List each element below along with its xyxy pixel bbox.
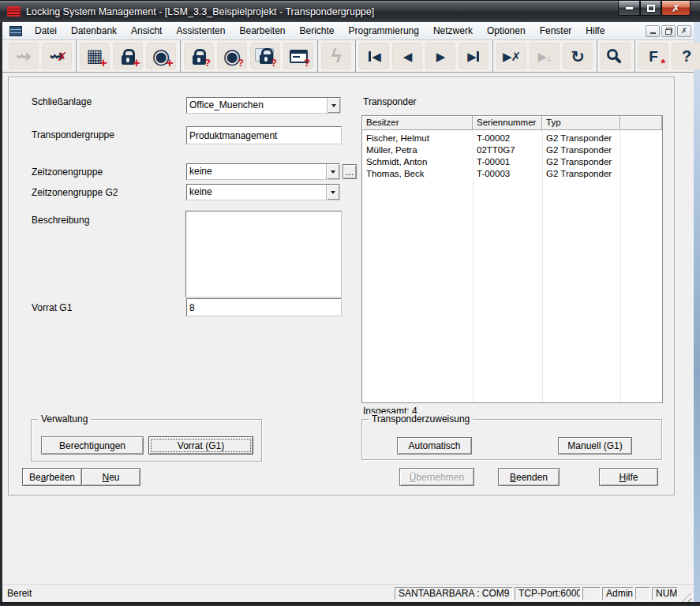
caption-buttons: ✗ bbox=[618, 1, 691, 16]
manuell-g1-button[interactable]: Manuell (G1) bbox=[558, 437, 632, 454]
beschreibung-textarea[interactable] bbox=[185, 211, 342, 297]
transponder-table: BesitzerSeriennummerTyp Fischer, HelmutT… bbox=[361, 115, 663, 403]
table-row[interactable]: Thomas, BeckT-00003G2 Transponder bbox=[362, 167, 662, 179]
column-header-besitzer[interactable]: Besitzer bbox=[362, 116, 473, 129]
connect-button: ⇝ bbox=[9, 43, 39, 69]
document-icon[interactable] bbox=[9, 26, 22, 36]
zeitzonengruppe-g2-label: Zeitzonengruppe G2 bbox=[32, 187, 118, 198]
read-mifare-button[interactable]: ? bbox=[250, 43, 280, 69]
verwaltung-legend: Verwaltung bbox=[38, 413, 91, 425]
close-icon: ✗ bbox=[672, 3, 680, 13]
table-row[interactable]: Müller, Petra02TT0G7G2 Transponder bbox=[362, 144, 662, 155]
menu-item-datei[interactable]: Datei bbox=[28, 22, 64, 39]
beschreibung-label: Beschreibung bbox=[32, 215, 89, 226]
table-cell: Fischer, Helmut bbox=[362, 133, 473, 143]
menu-item-ansicht[interactable]: Ansicht bbox=[124, 22, 169, 39]
remove-filter-icon: ▶✗ bbox=[503, 50, 520, 62]
search-button[interactable] bbox=[601, 43, 631, 69]
status-panels: SANTABARBARA : COM9TCP-Port:6000AdminNUM bbox=[393, 587, 678, 600]
first-record-button[interactable]: ◀ bbox=[359, 43, 389, 69]
berechtigungen-button[interactable]: Berechtigungen bbox=[41, 436, 144, 454]
status-message: Bereit bbox=[7, 588, 32, 599]
title-bar[interactable]: Locking System Management - [LSM_3.3_Bei… bbox=[0, 0, 700, 22]
help-button[interactable]: ? bbox=[672, 43, 700, 69]
mdi-restore-button[interactable] bbox=[661, 25, 676, 37]
schliessanlage-value: Office_Muenchen bbox=[187, 98, 327, 113]
disconnect-button[interactable]: ⇝✗ bbox=[42, 43, 72, 69]
menu-item-bearbeiten[interactable]: Bearbeiten bbox=[232, 22, 292, 39]
disconnect-icon: ✗ bbox=[57, 50, 67, 62]
read-lock-button[interactable]: ? bbox=[184, 43, 214, 69]
close-button[interactable]: ✗ bbox=[661, 1, 691, 16]
table-cell: T-00003 bbox=[473, 169, 542, 178]
zeitzonengruppe-g2-value: keine bbox=[187, 185, 326, 200]
table-row[interactable]: Fischer, HelmutT-00002G2 Transponder bbox=[362, 132, 662, 144]
mdi-restore-icon bbox=[665, 28, 672, 35]
menu-item-hilfe[interactable]: Hilfe bbox=[578, 22, 612, 39]
vorrat-g1-input[interactable]: 8 bbox=[186, 298, 342, 316]
menu-bar: DateiDatenbankAnsichtAssistentenBearbeit… bbox=[2, 22, 694, 40]
column-header-blank[interactable] bbox=[620, 116, 662, 129]
previous-record-button[interactable]: ◀ bbox=[392, 43, 422, 69]
transpondergruppe-label: Transpondergruppe bbox=[32, 129, 114, 140]
column-header-typ[interactable]: Typ bbox=[542, 116, 620, 129]
minimize-button[interactable] bbox=[618, 1, 640, 16]
minimize-icon bbox=[626, 7, 633, 9]
mdi-minimize-button[interactable] bbox=[646, 25, 660, 37]
previous-record-icon: ◀ bbox=[403, 50, 412, 62]
read-transponder-button[interactable]: ◉? bbox=[217, 43, 247, 69]
transpondergruppe-input[interactable]: Produktmanagement bbox=[186, 126, 342, 144]
resize-grip[interactable] bbox=[680, 591, 691, 602]
remove-filter-button[interactable]: ▶✗ bbox=[496, 43, 526, 69]
new-lock-button[interactable]: + bbox=[113, 43, 143, 69]
zeitzonengruppe-value: keine bbox=[187, 164, 326, 179]
menu-item-optionen[interactable]: Optionen bbox=[480, 22, 533, 39]
status-bar: Bereit SANTABARBARA : COM9TCP-Port:6000A… bbox=[2, 584, 694, 602]
status-connection: SANTABARBARA : COM9 bbox=[395, 587, 513, 600]
maximize-button[interactable] bbox=[640, 1, 661, 16]
menu-item-netzwerk[interactable]: Netzwerk bbox=[426, 22, 480, 39]
filter-settings-button[interactable]: F* bbox=[638, 43, 668, 69]
schliessanlage-select[interactable]: Office_Muenchen bbox=[186, 97, 341, 114]
menu-item-programmierung[interactable]: Programmierung bbox=[342, 22, 426, 39]
beenden-button[interactable]: Beenden bbox=[498, 468, 560, 486]
maximize-icon bbox=[647, 5, 655, 12]
menu-item-berichte[interactable]: Berichte bbox=[293, 22, 342, 39]
hilfe-button[interactable]: Hilfe bbox=[599, 468, 658, 486]
menu-item-assistenten[interactable]: Assistenten bbox=[169, 22, 232, 39]
menu-item-fenster[interactable]: Fenster bbox=[533, 22, 579, 39]
vorrat-g1-button[interactable]: Vorrat (G1) bbox=[148, 436, 253, 454]
read-unknown-transponder-button[interactable]: ? bbox=[283, 43, 313, 69]
zeitzonengruppe-g2-select[interactable]: keine bbox=[186, 184, 340, 200]
zeitzonengruppe-select[interactable]: keine bbox=[186, 163, 340, 180]
column-header-seriennummer[interactable]: Seriennummer bbox=[473, 116, 542, 129]
last-record-button[interactable]: ▶ bbox=[459, 43, 489, 69]
toolbar-separator bbox=[597, 40, 597, 72]
table-cell: G2 Transponder bbox=[542, 169, 620, 178]
menu-item-datenbank[interactable]: Datenbank bbox=[64, 22, 124, 39]
dropdown-arrow-icon[interactable] bbox=[326, 185, 339, 200]
mdi-close-icon: ✗ bbox=[681, 27, 687, 35]
new-locking-system-button[interactable]: ▦+ bbox=[80, 43, 110, 69]
toolbar: ⇝⇝✗▦++◉+?◉???ϟ◀◀▶▶▶✗▶↓↻F*? bbox=[2, 40, 694, 73]
table-cell: 02TT0G7 bbox=[473, 145, 542, 155]
help-icon: ? bbox=[682, 48, 691, 64]
bearbeiten-button[interactable]: Bearbeiten bbox=[22, 468, 82, 486]
transponder-label: Transponder bbox=[363, 96, 417, 107]
next-record-button[interactable]: ▶ bbox=[425, 43, 455, 69]
schliessanlage-label: Schließanlage bbox=[32, 96, 92, 107]
window-border-right bbox=[694, 22, 700, 606]
dropdown-arrow-icon[interactable] bbox=[327, 98, 340, 113]
mdi-close-button[interactable]: ✗ bbox=[677, 25, 691, 37]
refresh-button[interactable]: ↻ bbox=[563, 43, 593, 69]
zeitzonengruppe-browse-button[interactable]: ... bbox=[343, 164, 357, 179]
new-transponder-button[interactable]: ◉+ bbox=[146, 43, 176, 69]
dropdown-arrow-icon[interactable] bbox=[326, 164, 339, 179]
automatisch-button[interactable]: Automatisch bbox=[397, 437, 472, 454]
neu-button[interactable]: Neu bbox=[81, 468, 140, 486]
vorrat-g1-label: Vorrat G1 bbox=[32, 302, 72, 313]
status-panel bbox=[635, 587, 650, 600]
table-row[interactable]: Schmidt, AntonT-00001G2 Transponder bbox=[362, 155, 662, 167]
goto-record-button: ▶↓ bbox=[530, 43, 560, 69]
chevron-down-icon bbox=[331, 191, 335, 194]
